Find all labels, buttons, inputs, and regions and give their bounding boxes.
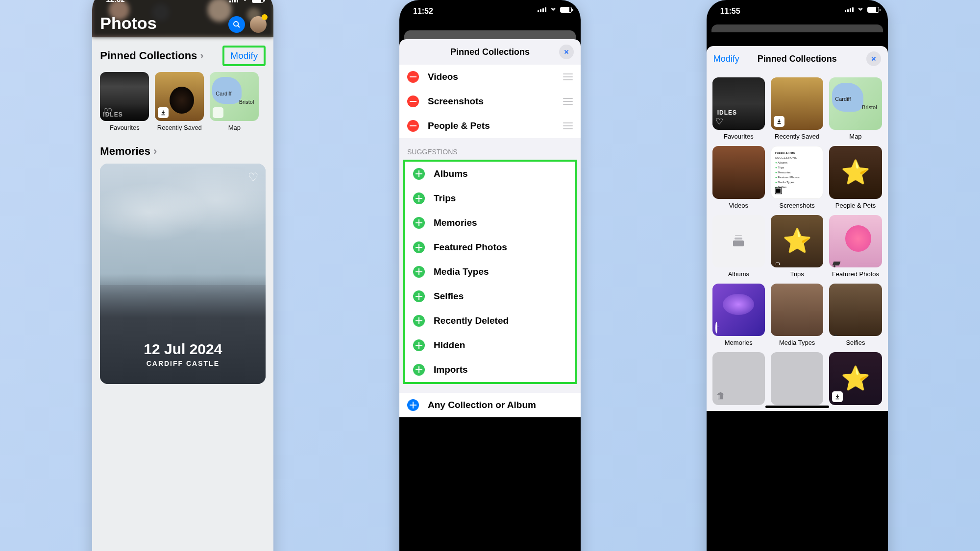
star-icon: ⭐	[783, 227, 812, 255]
pinned-tiles-row[interactable]: ♡ IDLES Favourites Recently Saved Cardif…	[100, 72, 266, 131]
sheet-title: Pinned Collections	[450, 47, 530, 57]
wifi-icon	[549, 7, 557, 13]
suggestion-row-albums[interactable]: Albums	[405, 162, 575, 186]
tile-map[interactable]: Cardiff Bristol Map	[210, 72, 259, 131]
cell-screenshots[interactable]: People & Pets SUGGESTIONS ● Albums ● Tri…	[771, 146, 823, 209]
memory-date: 12 Jul 2024	[100, 341, 266, 358]
add-icon[interactable]	[413, 241, 425, 253]
camera-icon: ▣	[774, 185, 783, 195]
cell-imports[interactable]: ⭐	[829, 352, 882, 405]
cell-signal-icon	[538, 7, 546, 12]
any-collection-row[interactable]: Any Collection or Album	[399, 393, 581, 417]
map-city-cardiff: Cardiff	[216, 91, 231, 96]
remove-icon[interactable]	[407, 71, 419, 83]
cell-trips[interactable]: ⭐ Trips	[771, 215, 823, 278]
add-icon[interactable]	[413, 290, 425, 302]
pinned-row-people-pets[interactable]: People & Pets	[399, 114, 581, 138]
suggestion-row-media-types[interactable]: Media Types	[405, 260, 575, 284]
cell-selfies[interactable]: Selfies	[829, 284, 882, 346]
cell-videos[interactable]: Videos	[712, 146, 765, 209]
cell-media-types[interactable]: Media Types	[771, 284, 823, 346]
map-city-bristol: Bristol	[239, 99, 254, 105]
add-icon[interactable]	[413, 266, 425, 278]
pinned-row-videos[interactable]: Videos	[399, 65, 581, 89]
star-icon: ⭐	[841, 365, 870, 392]
cell-albums[interactable]: Albums	[712, 215, 765, 278]
albums-stack-icon	[732, 236, 745, 246]
remove-icon[interactable]	[407, 120, 419, 132]
add-icon[interactable]	[413, 315, 425, 327]
chevron-right-icon: ›	[200, 49, 203, 62]
modify-button[interactable]: Modify	[713, 54, 739, 64]
download-icon	[774, 116, 784, 127]
map-fold-icon	[213, 107, 223, 118]
favourite-heart-icon[interactable]: ♡	[248, 170, 259, 184]
svg-point-0	[234, 22, 238, 26]
sheet-title: Pinned Collections	[758, 54, 837, 64]
collections-grid[interactable]: IDLES♡ Favourites Recently Saved Cardiff…	[707, 72, 888, 411]
suggestion-row-trips[interactable]: Trips	[405, 186, 575, 211]
suggestion-row-memories[interactable]: Memories	[405, 211, 575, 235]
download-icon	[158, 107, 169, 118]
tile-recently-saved[interactable]: Recently Saved	[155, 72, 204, 131]
home-indicator[interactable]	[765, 406, 829, 408]
pinned-collections-heading[interactable]: Pinned Collections ›	[100, 49, 203, 62]
suggestion-row-imports[interactable]: Imports	[405, 358, 575, 382]
profile-avatar[interactable]	[250, 16, 267, 33]
drag-handle-icon[interactable]	[563, 122, 573, 129]
photos-header: 12:02 Photos	[92, 0, 273, 37]
pinned-row-screenshots[interactable]: Screenshots	[399, 89, 581, 114]
battery-icon	[867, 7, 879, 13]
add-icon[interactable]	[413, 217, 425, 229]
close-button[interactable]	[866, 51, 881, 66]
suggestion-row-selfies[interactable]: Selfies	[405, 284, 575, 309]
suggestions-highlight: Albums Trips Memories Featured Photos Me…	[403, 160, 577, 384]
status-icons	[845, 7, 879, 13]
phone-screenshot-3: 11:55 Modify Pinned Collections IDLES♡ F…	[707, 0, 888, 551]
tile-favourites[interactable]: ♡ IDLES Favourites	[100, 72, 149, 131]
close-button[interactable]	[559, 45, 574, 59]
search-icon	[233, 21, 241, 28]
phone-screenshot-1: 12:02 Photos Pinned Collections › Modify	[92, 0, 273, 551]
suggestion-row-featured-photos[interactable]: Featured Photos	[405, 235, 575, 260]
add-icon[interactable]	[413, 364, 425, 376]
status-time: 12:02	[106, 0, 124, 3]
wifi-icon	[241, 0, 249, 5]
add-icon[interactable]	[413, 339, 425, 351]
modify-button[interactable]: Modify	[230, 50, 258, 61]
cell-signal-icon	[845, 7, 854, 12]
cell-featured-photos[interactable]: Featured Photos	[829, 215, 882, 278]
phone-screenshot-2: 11:52 Pinned Collections Videos	[399, 0, 581, 551]
drag-handle-icon[interactable]	[563, 73, 573, 80]
search-button[interactable]	[228, 16, 245, 33]
cell-map[interactable]: Cardiff Bristol Map	[829, 77, 882, 140]
cell-people-pets[interactable]: ⭐ People & Pets	[829, 146, 882, 209]
cell-memories[interactable]: Memories	[712, 284, 765, 346]
cell-hidden[interactable]	[771, 352, 823, 405]
chevron-right-icon: ›	[153, 145, 157, 158]
add-icon[interactable]	[413, 168, 425, 180]
idles-logo: IDLES	[717, 109, 737, 116]
memories-heading[interactable]: Memories ›	[100, 145, 266, 158]
download-icon	[832, 391, 843, 402]
close-icon	[563, 48, 570, 55]
screenshot-preview: People & Pets SUGGESTIONS ● Albums ● Tri…	[775, 150, 819, 190]
wifi-icon	[857, 7, 864, 13]
drag-handle-icon[interactable]	[563, 98, 573, 105]
remove-icon[interactable]	[407, 96, 419, 107]
rewind-time-icon	[715, 323, 717, 333]
add-icon[interactable]	[407, 399, 419, 411]
map-city-bristol: Bristol	[862, 104, 877, 110]
cell-recently-deleted[interactable]: 🗑	[712, 352, 765, 405]
suggestion-row-recently-deleted[interactable]: Recently Deleted	[405, 309, 575, 333]
cell-favourites[interactable]: IDLES♡ Favourites	[712, 77, 765, 140]
sheet-header: Modify Pinned Collections	[707, 46, 888, 72]
heart-icon: ♡	[715, 116, 723, 127]
cell-signal-icon	[229, 0, 238, 2]
add-icon[interactable]	[413, 192, 425, 204]
suggestion-row-hidden[interactable]: Hidden	[405, 333, 575, 358]
cell-recently-saved[interactable]: Recently Saved	[771, 77, 823, 140]
status-time: 11:55	[720, 7, 740, 16]
battery-icon	[252, 0, 264, 3]
memory-card[interactable]: ♡ 12 Jul 2024 CARDIFF CASTLE	[100, 164, 266, 384]
